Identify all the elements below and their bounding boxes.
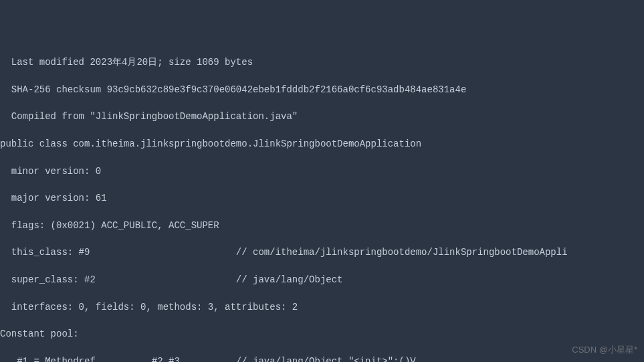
compiled-from-line: Compiled from "JlinkSpringbootDemoApplic…	[0, 110, 644, 123]
constant-pool-header: Constant pool:	[0, 327, 644, 341]
sha256-line: SHA-256 checksum 93c9cb632c89e3f9c370e06…	[0, 83, 644, 96]
major-version-line: major version: 61	[0, 191, 644, 205]
interfaces-line: interfaces: 0, fields: 0, methods: 3, at…	[0, 300, 644, 314]
flags-line: flags: (0x0021) ACC_PUBLIC, ACC_SUPER	[0, 219, 644, 232]
minor-version-line: minor version: 0	[0, 165, 644, 178]
watermark-text: CSDN @小星星*	[572, 344, 637, 357]
this-class-line: this_class: #9 // com/itheima/jlinksprin…	[0, 246, 644, 259]
constant-pool-entry: #1 = Methodref #2.#3 // java/lang/Object…	[0, 355, 644, 362]
class-declaration-line: public class com.itheima.jlinkspringboot…	[0, 137, 644, 151]
super-class-line: super_class: #2 // java/lang/Object	[0, 273, 644, 286]
last-modified-line: Last modified 2023年4月20日; size 1069 byte…	[0, 56, 644, 69]
